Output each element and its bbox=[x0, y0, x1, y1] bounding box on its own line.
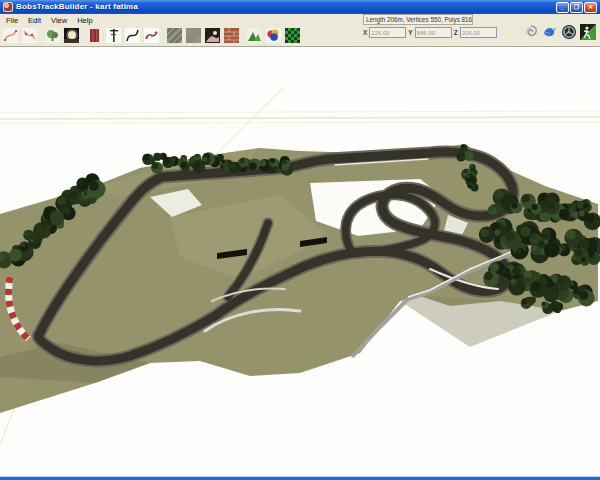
road-texture-icon bbox=[167, 28, 182, 43]
curve-icon bbox=[125, 28, 140, 43]
sky-sun-icon bbox=[64, 28, 79, 43]
minimize-button[interactable]: _ bbox=[556, 2, 569, 13]
wall-tool-button[interactable] bbox=[85, 26, 103, 45]
restore-button[interactable]: ❐ bbox=[570, 2, 583, 13]
road-texture-button[interactable] bbox=[165, 26, 183, 45]
viewport-3d[interactable] bbox=[0, 47, 600, 476]
wall-icon bbox=[87, 28, 102, 43]
track-spline-icon bbox=[3, 28, 18, 43]
pole-icon bbox=[106, 28, 121, 43]
concrete-texture-button[interactable] bbox=[184, 26, 202, 45]
tree-icon bbox=[45, 28, 60, 43]
x-field[interactable] bbox=[369, 27, 406, 38]
checker-icon bbox=[285, 28, 300, 43]
vegetation-tool-button[interactable] bbox=[43, 26, 61, 45]
menu-edit[interactable]: Edit bbox=[24, 15, 45, 26]
track-stats: Length 206m, Vertices 550, Polys 816 bbox=[363, 14, 473, 25]
toolbar bbox=[1, 26, 302, 45]
export-dragon-button[interactable] bbox=[541, 25, 558, 42]
y-label: Y bbox=[408, 29, 412, 36]
menu-file[interactable]: File bbox=[2, 15, 22, 26]
menu-bar: File Edit View Help bbox=[2, 15, 97, 26]
curve-nodes-icon bbox=[144, 28, 159, 43]
brick-texture-icon bbox=[224, 28, 239, 43]
chrome-bar: File Edit View Help bbox=[0, 14, 600, 47]
coordinate-readout: X Y Z bbox=[363, 27, 513, 38]
track-info-panel: Length 206m, Vertices 550, Polys 816 X Y… bbox=[363, 14, 513, 38]
window-title: BobsTrackBuilder - kart fatima bbox=[16, 0, 556, 14]
curve-nodes-tool-button[interactable] bbox=[142, 26, 160, 45]
export-swirl-button[interactable] bbox=[522, 25, 539, 42]
steering-wheel-icon bbox=[561, 24, 577, 44]
horizon-lines bbox=[0, 111, 600, 123]
z-field[interactable] bbox=[460, 27, 497, 38]
track-scene bbox=[0, 47, 600, 477]
menu-help[interactable]: Help bbox=[73, 15, 96, 26]
concrete-texture-icon bbox=[186, 28, 201, 43]
terrain-paint-button[interactable] bbox=[203, 26, 221, 45]
swirl-icon bbox=[523, 24, 539, 44]
brick-texture-button[interactable] bbox=[222, 26, 240, 45]
runner-icon bbox=[580, 24, 596, 44]
color-balls-icon bbox=[266, 28, 281, 43]
track-nodes-icon bbox=[22, 28, 37, 43]
steering-wheel-button[interactable] bbox=[560, 25, 577, 42]
export-game-button[interactable] bbox=[579, 25, 596, 42]
dragon-icon bbox=[542, 24, 558, 44]
app-icon bbox=[3, 2, 13, 12]
export-buttons bbox=[522, 25, 596, 42]
menu-view[interactable]: View bbox=[47, 15, 71, 26]
title-bar[interactable]: BobsTrackBuilder - kart fatima _ ❐ ✕ bbox=[0, 0, 600, 14]
terrain-paint-icon bbox=[205, 28, 220, 43]
sky-settings-button[interactable] bbox=[62, 26, 80, 45]
track-spline-tool-button[interactable] bbox=[1, 26, 19, 45]
checker-export-button[interactable] bbox=[283, 26, 301, 45]
material-colors-button[interactable] bbox=[264, 26, 282, 45]
object-pole-tool-button[interactable] bbox=[104, 26, 122, 45]
curve-tool-button[interactable] bbox=[123, 26, 141, 45]
x-label: X bbox=[363, 29, 367, 36]
y-field[interactable] bbox=[415, 27, 452, 38]
mountains-icon bbox=[247, 28, 262, 43]
track-nodes-tool-button[interactable] bbox=[20, 26, 38, 45]
close-button[interactable]: ✕ bbox=[584, 2, 597, 13]
z-label: Z bbox=[454, 29, 458, 36]
app-window: BobsTrackBuilder - kart fatima _ ❐ ✕ Fil… bbox=[0, 0, 600, 480]
terrain-heightmap-button[interactable] bbox=[245, 26, 263, 45]
